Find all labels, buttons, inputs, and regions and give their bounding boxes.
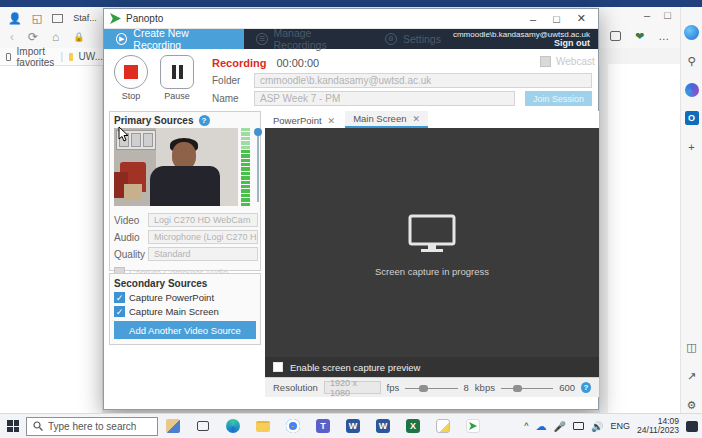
minimize-button[interactable]: – (524, 13, 542, 25)
resolution-label: Resolution (273, 382, 318, 393)
lock-icon: 🔒 (73, 32, 84, 42)
video-select[interactable]: Logi C270 HD WebCam (148, 213, 258, 227)
video-camera-icon: ▶ (116, 33, 127, 45)
help-icon[interactable]: ? (199, 115, 210, 126)
excel-icon[interactable]: X (398, 414, 428, 438)
nav-create-new-recording[interactable]: ▶ Create New Recording (104, 29, 244, 49)
tab-icon[interactable] (52, 14, 63, 23)
refresh-icon[interactable]: ⟳ (28, 30, 38, 44)
close-button[interactable]: ✕ (571, 12, 592, 25)
panopto-taskbar-icon[interactable] (458, 414, 488, 438)
panopto-window: Panopto – □ ✕ ▶ Create New Recording ☰ M… (103, 8, 599, 410)
favorites-folder[interactable]: UW... (79, 51, 103, 62)
enable-preview-checkbox[interactable] (273, 362, 283, 372)
panel-icon[interactable]: ◫ (684, 340, 699, 355)
capture-main-screen-checkbox[interactable]: ✓ (114, 306, 125, 317)
start-button[interactable] (0, 420, 26, 432)
edge-icon[interactable] (218, 414, 248, 438)
webcast-checkbox[interactable] (540, 56, 551, 67)
add-video-source-button[interactable]: Add Another Video Source (114, 321, 256, 339)
taskbar-search[interactable]: Type here to search (26, 417, 158, 436)
nav-settings[interactable]: ⚙ Settings (373, 29, 453, 49)
fps-slider-thumb[interactable] (419, 385, 428, 392)
secondary-sources-panel: Secondary Sources ✓ Capture PowerPoint ✓… (109, 273, 261, 345)
volume-slider-thumb[interactable] (254, 128, 262, 136)
stop-control[interactable]: Stop (114, 55, 148, 101)
fps-slider[interactable] (405, 383, 457, 393)
capture-powerpoint-label: Capture PowerPoint (129, 292, 214, 303)
volume-slider[interactable] (254, 128, 262, 206)
favorites-icon[interactable]: ❤ (635, 30, 644, 43)
back-icon[interactable]: ‹ (10, 30, 14, 44)
maximize-button[interactable]: □ (547, 13, 566, 25)
tab-main-screen[interactable]: Main Screen ✕ (345, 111, 428, 128)
collections-icon[interactable]: ◱ (32, 12, 42, 25)
account-area: cmmoodle\b.kandasamy@uwtsd.ac.uk Sign ou… (453, 29, 598, 49)
browser-minimize-button[interactable]: – (644, 9, 650, 21)
browser-menu-icon[interactable]: … (658, 30, 669, 42)
copilot-icon[interactable] (684, 25, 699, 40)
kbps-slider[interactable] (501, 383, 553, 393)
notification-icon[interactable] (686, 421, 698, 432)
teams-icon[interactable]: T (308, 414, 338, 438)
system-tray: ^ ☁ 🎤 🔊 ENG 14:09 24/11/2023 (524, 417, 702, 435)
word-icon[interactable]: W (338, 414, 368, 438)
onedrive-icon[interactable]: ☁ (536, 420, 547, 433)
import-favorites-button[interactable]: Import favorites (17, 46, 55, 68)
search-icon (33, 421, 43, 431)
panopto-titlebar: Panopto – □ ✕ (104, 9, 598, 29)
video-label: Video (114, 215, 144, 226)
chrome-icon[interactable] (278, 414, 308, 438)
task-view-icon[interactable] (188, 414, 218, 438)
close-tab-icon[interactable]: ✕ (328, 116, 336, 126)
photos-icon[interactable] (428, 414, 458, 438)
m365-icon[interactable] (685, 83, 699, 97)
file-explorer-icon[interactable] (248, 414, 278, 438)
settings-gear-icon[interactable]: ⚙ (684, 398, 699, 413)
kbps-slider-thumb[interactable] (513, 385, 522, 392)
microphone-icon[interactable]: 🎤 (554, 421, 566, 432)
kbps-value: 600 (559, 382, 575, 393)
sign-out-link[interactable]: Sign out (554, 38, 590, 48)
language-indicator[interactable]: ENG (611, 421, 631, 431)
search-icon[interactable]: ⚲ (684, 54, 699, 69)
name-field[interactable]: ASP Week 7 - PM (254, 91, 515, 106)
tab-powerpoint[interactable]: PowerPoint ✕ (265, 113, 343, 128)
secondary-sources-title: Secondary Sources (114, 278, 256, 289)
screenshot-icon[interactable] (610, 31, 621, 41)
display-icon[interactable] (573, 422, 584, 430)
browser-tab-label[interactable]: Staf... (73, 13, 97, 23)
webcast-label: Webcast (556, 56, 595, 67)
capture-powerpoint-checkbox[interactable]: ✓ (114, 292, 125, 303)
capture-main-screen-label: Capture Main Screen (129, 306, 219, 317)
resolution-field[interactable]: 1920 x 1080 (324, 381, 381, 394)
webcam-overlay-thumbnails (116, 130, 156, 150)
close-tab-icon[interactable]: ✕ (412, 114, 420, 124)
enable-preview-label: Enable screen capture preview (290, 362, 420, 373)
profile-icon[interactable]: 👤 (8, 12, 22, 25)
speaker-icon[interactable]: 🔊 (591, 421, 603, 432)
kbps-label: kbps (475, 382, 495, 393)
outlook-icon[interactable]: O (685, 111, 699, 125)
open-external-icon[interactable]: ↗ (684, 369, 699, 384)
add-icon[interactable]: + (684, 139, 699, 154)
quality-select[interactable]: Standard (148, 247, 258, 261)
join-session-button[interactable]: Join Session (525, 91, 592, 106)
browser-tab-row: 👤 ◱ Staf... (0, 9, 103, 27)
folder-field[interactable]: cmmoodle\b.kandasamy@uwtsd.ac.uk (254, 73, 592, 88)
browser-page-card (608, 64, 680, 413)
stop-icon (124, 65, 138, 79)
audio-label: Audio (114, 232, 144, 243)
nav-manage-recordings[interactable]: ☰ Manage Recordings (244, 29, 373, 49)
audio-select[interactable]: Microphone (Logi C270 HD WebC (148, 230, 258, 244)
tray-chevron-icon[interactable]: ^ (524, 421, 528, 431)
word-icon-2[interactable]: W (368, 414, 398, 438)
enable-preview-row: Enable screen capture preview (265, 357, 599, 377)
home-icon[interactable]: ⌂ (52, 30, 59, 44)
pause-control[interactable]: Pause (160, 55, 194, 101)
clock[interactable]: 14:09 24/11/2023 (637, 417, 679, 435)
browser-page-left (0, 66, 103, 413)
browser-maximize-button[interactable]: □ (664, 9, 671, 21)
capture-help-icon[interactable]: ? (581, 382, 591, 393)
search-highlight-icon[interactable] (158, 414, 188, 438)
